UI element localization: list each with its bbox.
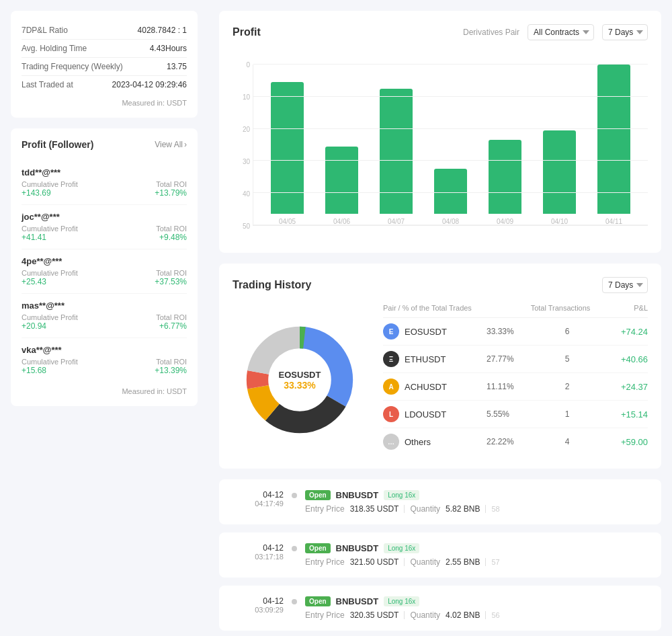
trade-tx: 5 (540, 354, 594, 364)
trade-table-row: Ξ ETHUSDT 27.77% 5 +40.66 (383, 346, 648, 373)
days-select[interactable]: 7 Days (602, 24, 648, 40)
chart-title: Profit (233, 26, 261, 38)
trade-header-line: Open BNBUSDT Long 16x (305, 490, 650, 500)
badge-long: Long 16x (384, 596, 419, 606)
trade-item: 04-12 03:09:29 Open BNBUSDT Long 16x Ent… (219, 586, 661, 631)
trade-pnl: +59.00 (594, 437, 648, 447)
grid-line (253, 160, 648, 161)
history-content: EOSUSDT 33.33% Pair / % of the Total Tra… (233, 304, 648, 455)
stat-label: Avg. Holding Time (22, 44, 87, 53)
trade-list: 04-12 04:17:49 Open BNBUSDT Long 16x Ent… (219, 479, 661, 636)
trade-table-row: … Others 22.22% 4 +59.00 (383, 428, 648, 455)
history-title: Trading History (233, 279, 311, 291)
trade-pair: BNBUSDT (336, 543, 379, 553)
trade-dot (292, 599, 297, 604)
y-label: 50 (243, 223, 250, 230)
coin-name: ETHUSDT (405, 354, 487, 364)
trade-item: 04-12 04:17:49 Open BNBUSDT Long 16x Ent… (219, 479, 661, 524)
trade-details: Entry Price 320.35 USDT Quantity 4.02 BN… (305, 610, 650, 620)
trade-top: 04-12 03:17:18 Open BNBUSDT Long 16x Ent… (230, 543, 650, 567)
stats-note: Measured in: USDT (22, 99, 187, 107)
grid-line (253, 192, 648, 193)
trade-id: 58 (491, 505, 499, 513)
trade-pair: BNBUSDT (336, 596, 379, 606)
divider (485, 558, 486, 566)
follower-name: 4pe**@*** (22, 256, 187, 266)
trade-pnl: +40.66 (594, 354, 648, 364)
divider (404, 558, 405, 566)
donut-center: EOSUSDT 33.33% (279, 369, 321, 390)
qty-label: Quantity (410, 504, 440, 514)
contract-select[interactable]: All Contracts (528, 24, 594, 40)
trade-time: 04-12 03:09:29 (230, 596, 284, 614)
divider (485, 505, 486, 513)
qty-value: 2.55 BNB (446, 557, 480, 567)
trade-details: Entry Price 321.50 USDT Quantity 2.55 BN… (305, 557, 650, 567)
trade-time: 04-12 04:17:49 (230, 490, 284, 508)
trade-table-row: A ACHUSDT 11.11% 2 +24.37 (383, 373, 648, 401)
view-all-link[interactable]: View All › (155, 140, 187, 149)
coin-name: LDOUSDT (405, 409, 487, 420)
th-pnl: P&L (594, 304, 648, 312)
trade-table-row: L LDOUSDT 5.55% 1 +15.14 (383, 401, 648, 428)
trade-tx: 2 (540, 382, 594, 391)
grid-line (253, 96, 648, 97)
qty-label: Quantity (410, 557, 440, 567)
badge-long: Long 16x (384, 490, 419, 500)
trade-pct: 27.77% (487, 354, 540, 364)
table-header: Pair / % of the Total Trades Total Trans… (383, 304, 648, 318)
history-days-select[interactable]: 7 Days (602, 277, 648, 293)
coin-icon: L (383, 406, 399, 422)
coin-name: Others (405, 437, 487, 447)
trade-body: Open BNBUSDT Long 16x Entry Price 321.50… (305, 543, 650, 567)
trade-pnl: +74.24 (594, 327, 648, 337)
grid-line (253, 64, 648, 65)
profit-follower-title: Profit (Follower) (22, 139, 93, 150)
qty-value: 4.02 BNB (446, 610, 480, 620)
trade-pct: 22.22% (487, 437, 540, 446)
follower-item: joc**@*** Cumulative Profit +41.41 Total… (22, 205, 187, 249)
divider (404, 611, 405, 619)
chart-controls: Derivatives Pair All Contracts 7 Days (463, 24, 648, 40)
donut-pair-name: EOSUSDT (279, 369, 321, 379)
trade-tx: 4 (540, 437, 594, 446)
trade-dot (292, 546, 297, 551)
trade-time: 04-12 03:17:18 (230, 543, 284, 561)
follower-name: joc**@*** (22, 212, 187, 222)
follower-name: tdd**@*** (22, 167, 187, 177)
follower-item: mas**@*** Cumulative Profit +20.94 Total… (22, 294, 187, 338)
trade-pair: BNBUSDT (336, 490, 379, 500)
trade-id: 56 (491, 611, 499, 619)
entry-label: Entry Price (305, 557, 345, 567)
qty-label: Quantity (410, 610, 440, 620)
badge-open: Open (305, 543, 331, 553)
badge-long: Long 16x (384, 543, 419, 553)
trade-body: Open BNBUSDT Long 16x Entry Price 320.35… (305, 596, 650, 620)
profit-chart-card: Profit Derivatives Pair All Contracts 7 … (219, 11, 661, 253)
trading-history-card: Trading History 7 Days (219, 264, 661, 469)
donut-pair-pct: 33.33% (279, 379, 321, 390)
th-pair: Pair / % of the Total Trades (383, 304, 527, 312)
follower-item: 4pe**@*** Cumulative Profit +25.43 Total… (22, 249, 187, 294)
follower-row: Cumulative Profit +20.94 Total ROI +6.77… (22, 313, 187, 331)
trade-tx: 6 (540, 327, 594, 336)
y-label: 0 (246, 61, 250, 69)
trade-tx: 1 (540, 409, 594, 419)
badge-open: Open (305, 490, 331, 500)
stat-value: 4028.7842 : 1 (138, 26, 187, 35)
grid-line (253, 128, 648, 129)
trade-body: Open BNBUSDT Long 16x Entry Price 318.35… (305, 490, 650, 514)
trade-hour: 03:17:18 (230, 553, 284, 561)
divider (485, 611, 486, 619)
stat-label: Last Traded at (22, 80, 73, 89)
follower-name: vka**@*** (22, 345, 187, 355)
trade-pct: 11.11% (487, 382, 540, 391)
stat-label: Trading Frequency (Weekly) (22, 62, 123, 71)
coin-icon: … (383, 434, 399, 450)
follower-row: Cumulative Profit +143.69 Total ROI +13.… (22, 180, 187, 198)
trade-id: 57 (491, 558, 499, 566)
coin-icon: A (383, 379, 399, 395)
stat-row: 7DP&L Ratio 4028.7842 : 1 (22, 22, 187, 40)
profit-note: Measured in: USDT (22, 387, 187, 395)
trade-item: 04-12 03:17:18 Open BNBUSDT Long 16x Ent… (219, 532, 661, 578)
